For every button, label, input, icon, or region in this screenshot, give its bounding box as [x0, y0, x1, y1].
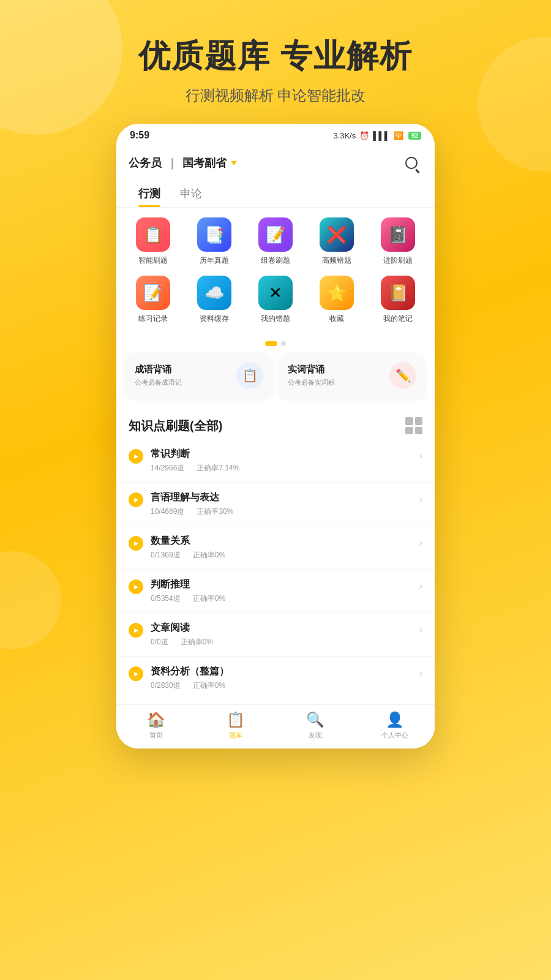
ki-meta-changshi: 14/2966道 正确率7.14% — [151, 463, 419, 473]
bottom-nav: 🏠 首页 📋 题库 🔍 发现 👤 个人中心 — [116, 704, 435, 748]
bijji-label: 我的笔记 — [383, 314, 413, 324]
status-bar: 9:59 3.3K/s ⏰ ▌▌▌ 🛜 92 — [116, 124, 435, 145]
ki-arrow-yanyu — [129, 492, 143, 507]
profile-icon: 👤 — [386, 711, 404, 728]
ki-accuracy-yanyu: 正确率30% — [197, 507, 233, 517]
discover-label: 发现 — [309, 731, 322, 740]
card-chenyu-icon: 📋 — [236, 362, 263, 389]
knowledge-item-yanyu[interactable]: 言语理解与表达 10/4669道 正确率30% › — [116, 483, 435, 526]
chevron-down-icon — [231, 161, 237, 165]
zhineng-icon: 📋 — [136, 217, 170, 252]
zujuan-label: 组卷刷题 — [261, 255, 290, 266]
ki-chevron-changshi: › — [419, 450, 422, 461]
icon-row-1: 📋 智能刷题 📑 历年真题 📝 组卷刷题 ❌ 高频错题 — [122, 217, 429, 266]
ki-content-ziliao: 资料分析（整篇） 0/2830道 正确率0% — [151, 665, 419, 691]
ki-accuracy-changshi: 正确率7.14% — [197, 463, 239, 473]
battery-icon: 92 — [408, 132, 421, 140]
dot-2 — [281, 341, 286, 346]
ki-chevron-ziliao: › — [419, 668, 422, 679]
card-chenyu[interactable]: 成语背诵 公考必备成语记 📋 — [126, 353, 272, 398]
icon-item-zujuan[interactable]: 📝 组卷刷题 — [248, 217, 303, 266]
icon-item-wode-cuoti[interactable]: ✕ 我的错题 — [248, 276, 303, 324]
icon-item-jinjie[interactable]: 📓 进阶刷题 — [370, 217, 425, 266]
search-icon — [405, 157, 418, 169]
search-button[interactable] — [400, 152, 422, 174]
discover-icon: 🔍 — [306, 711, 324, 728]
status-right: 3.3K/s ⏰ ▌▌▌ 🛜 92 — [333, 131, 421, 140]
card-shici-icon: ✏️ — [389, 362, 416, 389]
ki-content-wenzhang: 文章阅读 0/0道 正确率0% — [151, 622, 419, 647]
ki-arrow-wenzhang — [129, 623, 143, 638]
ki-content-yanyu: 言语理解与表达 10/4669道 正确率30% — [151, 491, 419, 517]
nav-title-area[interactable]: 公务员 ｜ 国考副省 — [129, 156, 237, 170]
header-title: 优质题库 专业解析 — [0, 37, 551, 75]
tab-xinzhe[interactable]: 行测 — [129, 181, 170, 207]
ki-name-shuliang: 数量关系 — [151, 535, 419, 548]
grid-view-icon[interactable] — [405, 417, 422, 434]
profile-label: 个人中心 — [381, 731, 408, 740]
alarm-icon: ⏰ — [359, 131, 369, 140]
icon-item-lianxi[interactable]: 📝 练习记录 — [126, 276, 181, 324]
zhineng-label: 智能刷题 — [138, 255, 168, 266]
icon-item-linian[interactable]: 📑 历年真题 — [187, 217, 242, 266]
ki-chevron-panduan: › — [419, 581, 422, 592]
knowledge-item-changshi[interactable]: 常识判断 14/2966道 正确率7.14% › — [116, 439, 435, 483]
ki-name-panduan: 判断推理 — [151, 578, 419, 591]
ki-content-panduan: 判断推理 0/5354道 正确率0% — [151, 578, 419, 604]
icon-item-zhineng[interactable]: 📋 智能刷题 — [126, 217, 181, 266]
ki-name-yanyu: 言语理解与表达 — [151, 491, 419, 504]
ki-content-shuliang: 数量关系 0/1369道 正确率0% — [151, 535, 419, 560]
dots-indicator — [116, 339, 435, 353]
signal-icon: ▌▌▌ — [373, 131, 390, 140]
nav-item-tiku[interactable]: 📋 题库 — [196, 711, 276, 740]
zujuan-icon: 📝 — [258, 217, 293, 252]
card-chenyu-sub: 公考必备成语记 — [135, 378, 182, 387]
ki-name-changshi: 常识判断 — [151, 448, 419, 461]
section-header: 知识点刷题(全部) — [116, 407, 435, 439]
ki-count-yanyu: 10/4669道 — [151, 507, 184, 517]
ki-meta-wenzhang: 0/0道 正确率0% — [151, 637, 419, 647]
ziliao-label: 资料缓存 — [200, 314, 229, 324]
nav-item-home[interactable]: 🏠 首页 — [116, 711, 196, 740]
icon-item-gaopindao[interactable]: ❌ 高频错题 — [309, 217, 364, 266]
jinjie-label: 进阶刷题 — [383, 255, 413, 266]
gaopindao-icon: ❌ — [320, 217, 354, 252]
status-time: 9:59 — [130, 130, 149, 141]
ki-meta-shuliang: 0/1369道 正确率0% — [151, 550, 419, 560]
phone-wrap: 9:59 3.3K/s ⏰ ▌▌▌ 🛜 92 公务员 ｜ 国考副省 — [0, 124, 551, 785]
gaopindao-label: 高频错题 — [322, 255, 351, 266]
nav-item-discover[interactable]: 🔍 发现 — [276, 711, 355, 740]
knowledge-item-panduan[interactable]: 判断推理 0/5354道 正确率0% › — [116, 570, 435, 613]
knowledge-item-shuliang[interactable]: 数量关系 0/1369道 正确率0% › — [116, 526, 435, 570]
knowledge-item-ziliao[interactable]: 资料分析（整篇） 0/2830道 正确率0% › — [116, 657, 435, 699]
ki-chevron-wenzhang: › — [419, 624, 422, 635]
ziliao-icon: ☁️ — [197, 276, 231, 310]
linian-icon: 📑 — [197, 217, 231, 252]
lianxi-label: 练习记录 — [138, 314, 168, 324]
top-nav: 公务员 ｜ 国考副省 — [116, 145, 435, 179]
ki-meta-panduan: 0/5354道 正确率0% — [151, 594, 419, 604]
card-shici-text: 实词背诵 公考必备实词积 — [288, 364, 335, 387]
app-content: 公务员 ｜ 国考副省 行测 申论 📋 — [116, 145, 435, 748]
card-shici-title: 实词背诵 — [288, 364, 335, 375]
card-shici[interactable]: 实词背诵 公考必备实词积 ✏️ — [279, 353, 425, 398]
ki-arrow-panduan — [129, 579, 143, 594]
ki-arrow-changshi — [129, 449, 143, 464]
icon-item-bijji[interactable]: 📔 我的笔记 — [370, 276, 425, 324]
nav-item-profile[interactable]: 👤 个人中心 — [355, 711, 435, 740]
knowledge-item-wenzhang[interactable]: 文章阅读 0/0道 正确率0% › — [116, 613, 435, 657]
ki-chevron-yanyu: › — [419, 494, 422, 505]
wode-cuoti-icon: ✕ — [258, 276, 293, 310]
phone: 9:59 3.3K/s ⏰ ▌▌▌ 🛜 92 公务员 ｜ 国考副省 — [116, 124, 435, 748]
icon-grid: 📋 智能刷题 📑 历年真题 📝 组卷刷题 ❌ 高频错题 — [116, 208, 435, 339]
cards-row: 成语背诵 公考必备成语记 📋 实词背诵 公考必备实词积 ✏️ — [116, 353, 435, 407]
section-title: 知识点刷题(全部) — [129, 418, 222, 434]
card-chenyu-title: 成语背诵 — [135, 364, 182, 375]
knowledge-list: 常识判断 14/2966道 正确率7.14% › 言语理解与表达 10/4669… — [116, 439, 435, 704]
icon-item-shoucang[interactable]: ⭐ 收藏 — [309, 276, 364, 324]
tab-shenlun[interactable]: 申论 — [170, 181, 212, 207]
home-icon: 🏠 — [147, 711, 165, 728]
ki-count-ziliao: 0/2830道 — [151, 680, 181, 691]
icon-item-ziliao[interactable]: ☁️ 资料缓存 — [187, 276, 242, 324]
wifi-icon: 🛜 — [394, 131, 403, 140]
